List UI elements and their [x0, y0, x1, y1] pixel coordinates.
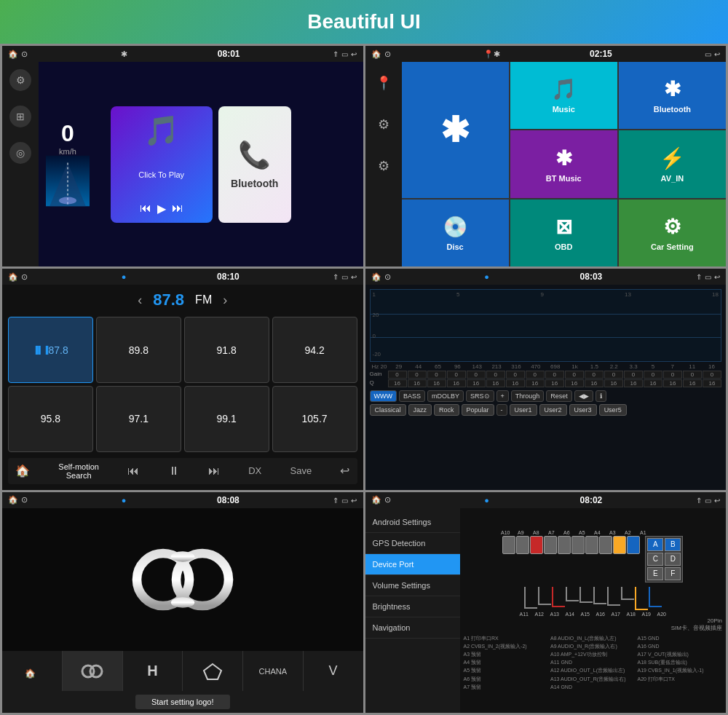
- home-radio-icon[interactable]: 🏠: [15, 464, 30, 478]
- svg-point-6: [171, 551, 194, 561]
- settings-navigation[interactable]: Navigation: [365, 617, 460, 639]
- eq-btn-www[interactable]: WWW: [370, 390, 397, 402]
- brand-item-0[interactable]: 🏠: [2, 651, 63, 691]
- panel-radio: 🏠⊙ ● 08:10 ⇑▭↩ ‹ 87.8 FM › ▐▌▐ 87.8 89.8…: [2, 269, 363, 489]
- nav-icon[interactable]: ◎: [9, 142, 31, 164]
- menu-tile-obd[interactable]: ⊠ OBD: [510, 200, 617, 266]
- brand-item-3[interactable]: [183, 651, 243, 691]
- freq-btn-1[interactable]: 89.8: [96, 317, 181, 383]
- menu-tile-music[interactable]: 🎵 Music: [510, 62, 617, 129]
- eq-btn-minus[interactable]: -: [496, 404, 507, 416]
- self-motion-search-btn[interactable]: Self-motionSearch: [58, 462, 99, 480]
- preset-popular[interactable]: Popular: [462, 404, 494, 416]
- freq-btn-3[interactable]: 94.2: [272, 317, 357, 383]
- freq-next-icon[interactable]: ›: [223, 293, 227, 308]
- settings-sidebar: Android Settings GPS Detection Device Po…: [365, 508, 460, 713]
- status-bar-5: 🏠⊙ ● 08:08 ⇑▭↩: [2, 492, 363, 508]
- freq-btn-5[interactable]: 97.1: [96, 386, 181, 452]
- eq-btn-bass[interactable]: BASS: [399, 390, 425, 402]
- next-button[interactable]: ⏭: [172, 202, 183, 216]
- dx-label[interactable]: DX: [248, 465, 261, 476]
- panel1-main: 0 km/h: [39, 62, 363, 266]
- brand-item-2[interactable]: H: [123, 651, 183, 691]
- eq-graph: 1591318 20 0 -20: [370, 289, 722, 362]
- status-bar-1: 🏠⊙ ✱ 08:01 ⇑▭↩: [2, 46, 363, 62]
- bt-card[interactable]: 📞 Bluetooth: [218, 106, 291, 223]
- avin-tile-label: AV_IN: [661, 174, 684, 183]
- settings-brightness[interactable]: Brightness: [365, 596, 460, 617]
- connector-A: A: [647, 538, 663, 551]
- start-setting-btn[interactable]: Start setting logo!: [135, 695, 230, 709]
- preset-user3[interactable]: User3: [569, 404, 597, 416]
- panel6-content: Android Settings GPS Detection Device Po…: [365, 508, 727, 713]
- bt-music-tile-icon: ✱: [555, 146, 572, 170]
- music-card[interactable]: 🎵 Click To Play ⏮ ▶ ⏭: [111, 106, 213, 223]
- panel-brand: 🏠⊙ ● 08:08 ⇑▭↩: [2, 492, 363, 713]
- settings-android[interactable]: Android Settings: [365, 512, 460, 533]
- panel2-sidebar: 📍 ⚙ ⚙: [365, 62, 402, 266]
- music-note-icon: 🎵: [143, 114, 180, 148]
- preset-classical[interactable]: Classical: [370, 404, 406, 416]
- page-header: Beautiful UI: [0, 0, 728, 44]
- status-bar-4: 🏠⊙ ● 08:03 ⇑▭↩: [365, 269, 727, 285]
- preset-rock[interactable]: Rock: [434, 404, 459, 416]
- eq-hz-labels: Hz 20294465961432133164706981k1.52.23.35…: [370, 363, 722, 370]
- freq-btn-4[interactable]: 95.8: [8, 386, 93, 452]
- settings-eq-icon[interactable]: ⚙: [365, 109, 402, 140]
- settings-icon[interactable]: ⚙: [9, 69, 31, 91]
- menu-tile-bt-music[interactable]: ✱ BT Music: [510, 130, 617, 197]
- settings-device-port[interactable]: Device Port: [365, 554, 460, 575]
- settings-volume[interactable]: Volume Settings: [365, 575, 460, 596]
- menu-tile-avin[interactable]: ⚡ AV_IN: [619, 130, 726, 197]
- menu-tile-car-setting[interactable]: ⚙ Car Setting: [619, 200, 726, 266]
- disc-tile-label: Disc: [446, 242, 463, 251]
- eq-btn-srs[interactable]: SRS⊙: [466, 390, 494, 402]
- radio-prev-icon[interactable]: ⏮: [127, 465, 139, 478]
- connector-D: D: [665, 553, 681, 566]
- play-button[interactable]: ▶: [157, 202, 166, 216]
- settings-icon2[interactable]: ⚙: [365, 151, 402, 181]
- abcdef-box: A B C D E F: [645, 536, 683, 582]
- preset-user5[interactable]: User5: [599, 404, 627, 416]
- wiring-notes: A1 打印串口RX A2 CVBS_IN_2(视频输入-2) A3 预留 A4 …: [464, 634, 723, 691]
- eq-gridline-1: [371, 314, 721, 315]
- settings-gps[interactable]: GPS Detection: [365, 533, 460, 554]
- eq-btn-arrows[interactable]: ◀▶: [574, 390, 593, 402]
- sim-label: 20PinSIM卡、音视频插座: [464, 617, 723, 632]
- eq-btn-through[interactable]: Through: [511, 390, 545, 402]
- menu-tile-disc[interactable]: 💿 Disc: [402, 200, 509, 266]
- radio-pause-icon[interactable]: ⏸: [168, 465, 180, 478]
- status-bar-2: 🏠⊙ 📍✱ 02:15 ▭↩: [365, 46, 727, 62]
- eq-btn-info[interactable]: ℹ: [596, 390, 606, 402]
- preset-user2[interactable]: User2: [539, 404, 567, 416]
- freq-prev-icon[interactable]: ‹: [138, 293, 142, 308]
- eq-btn-plus[interactable]: +: [496, 390, 509, 402]
- menu-tile-bluetooth[interactable]: ✱ Bluetooth: [619, 62, 726, 129]
- freq-btn-7[interactable]: 105.7: [272, 386, 357, 452]
- freq-btn-2[interactable]: 91.8: [184, 317, 269, 383]
- svg-point-3: [59, 197, 76, 204]
- music-controls: ⏮ ▶ ⏭: [140, 202, 183, 216]
- menu-tile-bt-large[interactable]: ✱: [402, 62, 509, 198]
- prev-button[interactable]: ⏮: [140, 202, 151, 216]
- obd-tile-icon: ⊠: [555, 215, 572, 239]
- freq-btn-6[interactable]: 99.1: [184, 386, 269, 452]
- preset-user1[interactable]: User1: [510, 404, 537, 416]
- disc-tile-icon: 💿: [443, 215, 468, 239]
- grid-icon[interactable]: ⊞: [9, 106, 31, 127]
- panel-settings: 🏠⊙ ● 08:02 ⇑▭↩ Android Settings GPS Dete…: [365, 492, 727, 713]
- eq-btn-dolby[interactable]: mDOLBY: [427, 390, 464, 402]
- panel-eq: 🏠⊙ ● 08:03 ⇑▭↩ 1591318 20 0 -20: [365, 269, 727, 489]
- back-icon[interactable]: ↩: [340, 464, 349, 478]
- preset-jazz[interactable]: Jazz: [408, 404, 432, 416]
- freq-btn-0[interactable]: ▐▌▐ 87.8: [8, 317, 93, 383]
- brand-item-1[interactable]: [63, 651, 123, 691]
- save-label[interactable]: Save: [290, 465, 312, 476]
- bt-tile-label: Bluetooth: [654, 105, 691, 114]
- eq-btn-reset[interactable]: Reset: [546, 390, 572, 402]
- brand-item-5[interactable]: V: [304, 651, 363, 691]
- brand-item-4[interactable]: CHANA: [243, 651, 304, 691]
- location-icon[interactable]: 📍: [365, 68, 402, 98]
- svg-point-10: [90, 665, 102, 677]
- radio-next-icon[interactable]: ⏭: [208, 465, 220, 478]
